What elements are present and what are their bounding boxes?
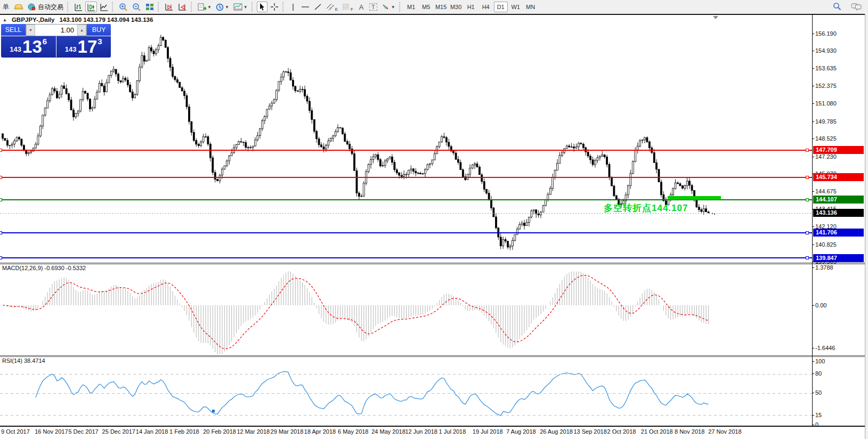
volume-input[interactable]: 1.00: [35, 25, 77, 36]
rsi-line: [36, 371, 709, 416]
mt4-window: { "toolbar": { "order_label": "单", "auto…: [0, 0, 868, 439]
trade-panel-top-row: SELL ▼ 1.00 ▲ BUY: [1, 24, 111, 36]
rsi-level-line: [0, 415, 812, 416]
rsi-level-line: [0, 374, 812, 375]
line-anchor-handle[interactable]: [806, 256, 809, 259]
line-anchor-handle[interactable]: [212, 410, 215, 412]
line-anchor-handle[interactable]: [806, 198, 809, 201]
symbol-period-label: GBPJPY-,Daily: [12, 17, 55, 23]
horizontal-line[interactable]: [0, 150, 812, 151]
chart-canvas[interactable]: [0, 0, 868, 439]
macd-label: MACD(12,26,9) -0.6930 -0.5332: [2, 265, 86, 271]
chart-title[interactable]: ▲ GBPJPY-,Daily 143.100 143.179 143.094 …: [3, 17, 153, 23]
price-line-label: 144.107: [813, 196, 864, 204]
horizontal-line[interactable]: [0, 177, 812, 178]
candle-wicks: [3, 35, 709, 250]
horizontal-line[interactable]: [0, 257, 812, 258]
buy-price-pips: 17: [78, 37, 98, 56]
chart-annotation-text[interactable]: 多空转折点144.107: [604, 202, 688, 214]
sell-price-base: 143: [10, 45, 21, 53]
trade-panel-price-row: 143 13 6 143 17 3: [1, 36, 111, 57]
volume-spinner: ▼ 1.00 ▲: [26, 24, 87, 36]
collapse-arrow-icon[interactable]: ▲: [3, 18, 7, 22]
horizontal-line[interactable]: [0, 232, 812, 233]
buy-button[interactable]: BUY: [87, 24, 111, 36]
macd-signal-line: [3, 275, 709, 349]
buy-price-tile[interactable]: 143 17 3: [56, 36, 111, 57]
line-anchor-handle[interactable]: [0, 176, 2, 179]
volume-increase-button[interactable]: ▲: [77, 25, 86, 36]
rsi-label: RSI(14) 38.4714: [2, 357, 45, 364]
ohlc-values: 143.100 143.179 143.094 143.136: [59, 17, 153, 23]
current-price-label: 143.136: [813, 209, 864, 217]
buy-price-base: 143: [65, 45, 77, 53]
sell-price-pips: 13: [22, 37, 42, 56]
sell-price-point: 6: [43, 37, 47, 46]
line-anchor-handle[interactable]: [0, 198, 2, 201]
line-anchor-handle[interactable]: [0, 256, 2, 259]
price-line-label: 147.709: [813, 146, 864, 154]
line-anchor-handle[interactable]: [0, 231, 2, 234]
line-anchor-handle[interactable]: [806, 176, 809, 179]
price-line-label: 145.734: [813, 173, 864, 181]
sell-price-tile[interactable]: 143 13 6: [1, 36, 56, 57]
price-line-label: 141.706: [813, 229, 864, 237]
current-price-line: [0, 213, 812, 214]
line-anchor-handle[interactable]: [806, 149, 809, 152]
rsi-level-line: [0, 393, 812, 394]
price-line-label: 139.847: [813, 254, 864, 262]
candles: [2, 37, 710, 247]
line-anchor-handle[interactable]: [806, 231, 809, 234]
buy-price-point: 3: [98, 37, 102, 46]
one-click-trading-panel: SELL ▼ 1.00 ▲ BUY 143 13 6 143 17 3: [1, 24, 111, 58]
sell-button[interactable]: SELL: [1, 24, 26, 36]
volume-decrease-button[interactable]: ▼: [26, 25, 35, 36]
line-anchor-handle[interactable]: [0, 149, 2, 152]
highlight-segment[interactable]: [668, 196, 721, 200]
chart-shift-marker-icon[interactable]: [713, 16, 718, 19]
macd-histogram: [3, 271, 709, 354]
